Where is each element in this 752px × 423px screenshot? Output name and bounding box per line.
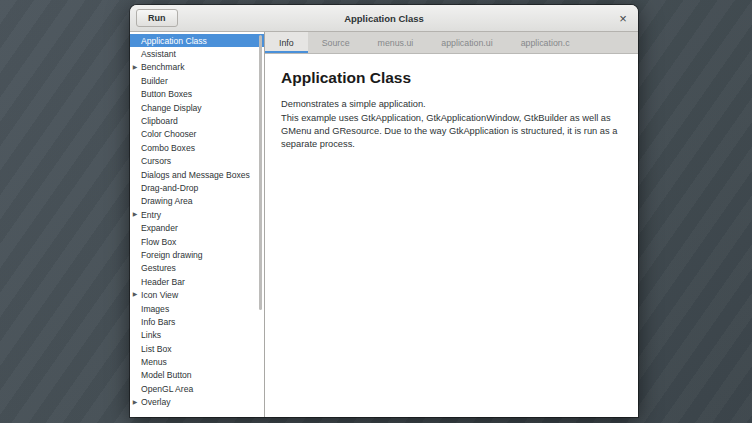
- sidebar-item-label: OpenGL Area: [140, 384, 193, 394]
- app-window: Run Application Class × Application Clas…: [130, 5, 638, 417]
- sidebar-scrollbar[interactable]: [259, 35, 263, 417]
- sidebar-item-label: List Box: [140, 344, 172, 354]
- expander-icon[interactable]: ▶: [130, 288, 140, 301]
- sidebar-item-label: Model Button: [140, 370, 192, 380]
- sidebar-item-label: Combo Boxes: [140, 143, 195, 153]
- content-heading: Application Class: [281, 69, 622, 87]
- tab-application-c[interactable]: application.c: [507, 32, 584, 53]
- sidebar-item-label: Benchmark: [140, 62, 184, 72]
- close-icon[interactable]: ×: [614, 9, 632, 27]
- sidebar-item-label: Links: [140, 330, 161, 340]
- header-bar: Run Application Class ×: [130, 5, 638, 32]
- sidebar-item[interactable]: Button Boxes: [130, 88, 264, 101]
- sidebar-item[interactable]: Drag-and-Drop: [130, 181, 264, 194]
- tab-application-ui[interactable]: application.ui: [427, 32, 506, 53]
- sidebar-item[interactable]: List Box: [130, 342, 264, 355]
- sidebar-item[interactable]: Dialogs and Message Boxes: [130, 168, 264, 181]
- sidebar-item[interactable]: Color Chooser: [130, 128, 264, 141]
- sidebar: Application ClassAssistant▶BenchmarkBuil…: [130, 32, 265, 417]
- sidebar-item-label: Overlay: [140, 397, 171, 407]
- window-body: Application ClassAssistant▶BenchmarkBuil…: [130, 32, 638, 417]
- sidebar-item-label: Application Class: [140, 36, 207, 46]
- expander-icon[interactable]: ▶: [130, 208, 140, 221]
- sidebar-item[interactable]: Gestures: [130, 262, 264, 275]
- sidebar-item[interactable]: Header Bar: [130, 275, 264, 288]
- sidebar-item-label: Menus: [140, 357, 167, 367]
- sidebar-item-label: Info Bars: [140, 317, 175, 327]
- desktop-background: Run Application Class × Application Clas…: [0, 0, 752, 423]
- sidebar-item[interactable]: Foreign drawing: [130, 248, 264, 261]
- sidebar-item-label: Button Boxes: [140, 89, 192, 99]
- sidebar-item-label: Dialogs and Message Boxes: [140, 170, 250, 180]
- tab-source[interactable]: Source: [308, 32, 364, 53]
- sidebar-item[interactable]: Drawing Area: [130, 195, 264, 208]
- sidebar-item-label: Header Bar: [140, 277, 185, 287]
- content-paragraph-summary: Demonstrates a simple application.: [281, 98, 622, 111]
- sidebar-item[interactable]: Info Bars: [130, 315, 264, 328]
- sidebar-item-label: Drawing Area: [140, 196, 193, 206]
- tab-info[interactable]: Info: [265, 32, 308, 53]
- scrollbar-thumb[interactable]: [259, 35, 262, 310]
- sidebar-item[interactable]: Combo Boxes: [130, 141, 264, 154]
- sidebar-item[interactable]: ▶Benchmark: [130, 61, 264, 74]
- tab-bar: InfoSourcemenus.uiapplication.uiapplicat…: [265, 32, 638, 54]
- expander-icon[interactable]: ▶: [130, 396, 140, 409]
- main-pane: InfoSourcemenus.uiapplication.uiapplicat…: [265, 32, 638, 417]
- sidebar-item[interactable]: Builder: [130, 74, 264, 87]
- sidebar-item[interactable]: Change Display: [130, 101, 264, 114]
- sidebar-item[interactable]: Application Class: [130, 34, 264, 47]
- run-button[interactable]: Run: [136, 9, 178, 27]
- sidebar-item-label: Gestures: [140, 263, 176, 273]
- sidebar-item-label: Color Chooser: [140, 129, 196, 139]
- sidebar-item[interactable]: Cursors: [130, 155, 264, 168]
- sidebar-item-label: Expander: [140, 223, 178, 233]
- sidebar-item[interactable]: OpenGL Area: [130, 382, 264, 395]
- sidebar-item-label: Flow Box: [140, 237, 176, 247]
- sidebar-item[interactable]: ▶Entry: [130, 208, 264, 221]
- sidebar-item[interactable]: ▶Overlay: [130, 396, 264, 409]
- expander-icon[interactable]: ▶: [130, 61, 140, 74]
- sidebar-item-label: Clipboard: [140, 116, 178, 126]
- sidebar-item-label: Entry: [140, 210, 161, 220]
- sidebar-item-label: Icon View: [140, 290, 178, 300]
- sidebar-item[interactable]: Flow Box: [130, 235, 264, 248]
- sidebar-item-label: Cursors: [140, 156, 171, 166]
- sidebar-item[interactable]: Expander: [130, 221, 264, 234]
- sidebar-item[interactable]: Menus: [130, 355, 264, 368]
- sidebar-item[interactable]: ▶Icon View: [130, 288, 264, 301]
- sidebar-item[interactable]: Clipboard: [130, 114, 264, 127]
- sidebar-list: Application ClassAssistant▶BenchmarkBuil…: [130, 34, 264, 409]
- content-paragraph-description: This example uses GtkApplication, GtkApp…: [281, 112, 622, 151]
- sidebar-item-label: Images: [140, 304, 169, 314]
- sidebar-item[interactable]: Model Button: [130, 369, 264, 382]
- tab-menus-ui[interactable]: menus.ui: [364, 32, 428, 53]
- sidebar-item-label: Drag-and-Drop: [140, 183, 198, 193]
- sidebar-item-label: Assistant: [140, 49, 176, 59]
- sidebar-item-label: Foreign drawing: [140, 250, 203, 260]
- sidebar-item-label: Change Display: [140, 103, 202, 113]
- sidebar-item-label: Builder: [140, 76, 168, 86]
- sidebar-item[interactable]: Assistant: [130, 47, 264, 60]
- window-title: Application Class: [130, 13, 638, 24]
- sidebar-item[interactable]: Images: [130, 302, 264, 315]
- sidebar-item[interactable]: Links: [130, 329, 264, 342]
- content-pane: Application Class Demonstrates a simple …: [265, 54, 638, 417]
